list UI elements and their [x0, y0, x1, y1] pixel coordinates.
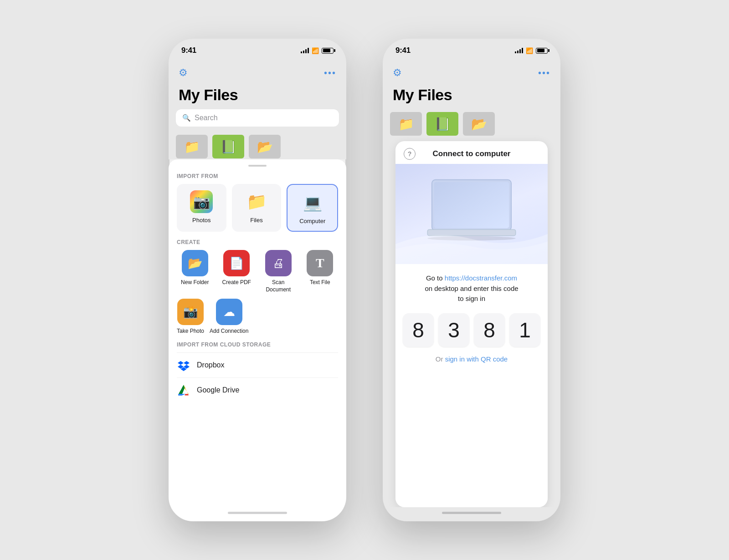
code-digits: 8 3 8 1: [403, 313, 540, 347]
wifi-icon: 📶: [312, 47, 319, 54]
scan-icon: 🖨: [265, 250, 292, 276]
search-bar-1: 🔍 Search: [169, 109, 346, 132]
search-input-1[interactable]: 🔍 Search: [176, 109, 339, 127]
folder-thumb-2c: 📂: [463, 112, 495, 136]
status-time-2: 9:41: [395, 46, 411, 55]
cloud-item-dropbox[interactable]: Dropbox: [177, 352, 338, 377]
connect-modal: ? Connect to computer: [395, 141, 548, 507]
create-label-photo: Take Photo: [177, 328, 204, 335]
nav-bar-1: ⚙ •••: [169, 62, 346, 84]
create-label-folder: New Folder: [181, 279, 209, 286]
search-icon-1: 🔍: [182, 114, 191, 122]
nav-bar-2: ⚙ •••: [383, 62, 560, 84]
files-icon: 📁: [245, 190, 268, 213]
dropbox-icon: [177, 358, 190, 372]
home-indicator-1: [169, 508, 346, 521]
status-icons-2: 📶: [515, 47, 548, 54]
create-section-label: CREATE: [169, 239, 346, 250]
wifi-icon-2: 📶: [526, 47, 533, 54]
laptop-area: [395, 164, 548, 264]
modal-title: Connect to computer: [433, 149, 511, 158]
status-time-1: 9:41: [181, 46, 196, 55]
create-row2: 📸 Take Photo ☁ Add Connection: [169, 295, 346, 341]
add-connection-icon: ☁: [216, 299, 242, 325]
settings-icon-1[interactable]: ⚙: [179, 67, 188, 79]
code-digit-4: 1: [509, 313, 540, 347]
more-icon-1[interactable]: •••: [324, 68, 336, 78]
qr-link-action[interactable]: sign in with QR code: [445, 355, 508, 363]
import-item-photos[interactable]: 📷 Photos: [177, 184, 226, 232]
settings-icon-2[interactable]: ⚙: [393, 67, 402, 79]
import-label-computer: Computer: [299, 218, 325, 224]
code-digit-2: 3: [438, 313, 469, 347]
code-instruction: Go to https://docstransfer.comon desktop…: [425, 273, 518, 304]
create-label-text: Text File: [310, 279, 330, 286]
text-icon: T: [307, 250, 333, 276]
phone-1: 9:41 📶 ⚙ ••• My Files 🔍 Search 📁 📗 📂: [169, 39, 346, 521]
import-item-computer[interactable]: 💻 Computer: [287, 184, 338, 232]
cloud-section-label: IMPORT FROM CLOUD STORAGE: [169, 341, 346, 352]
help-icon: ?: [408, 150, 412, 158]
code-digit-1: 8: [403, 313, 434, 347]
folder-thumb-2: 📗: [212, 135, 244, 158]
import-item-files[interactable]: 📁 Files: [232, 184, 282, 232]
battery-icon-2: [536, 48, 548, 54]
title-area-2: My Files: [383, 84, 560, 109]
bottom-sheet-1: IMPORT FROM 📷 Photos 📁 Files 💻 Computer …: [169, 159, 346, 508]
create-item-scan[interactable]: 🖨 Scan Document: [260, 250, 297, 293]
import-label-photos: Photos: [192, 217, 210, 224]
cloud-label-dropbox: Dropbox: [197, 361, 224, 369]
take-photo-icon: 📸: [177, 299, 204, 325]
create-label-scan: Scan Document: [260, 279, 297, 293]
status-bar-2: 9:41 📶: [383, 39, 560, 62]
page-title-1: My Files: [179, 86, 336, 104]
modal-wrapper: ? Connect to computer: [383, 137, 560, 507]
home-indicator-2: [383, 507, 560, 521]
more-icon-2[interactable]: •••: [538, 68, 550, 78]
signal-icon-2: [515, 48, 523, 53]
signal-icon: [301, 48, 309, 53]
modal-header: ? Connect to computer: [395, 141, 548, 164]
folder-thumb-3: 📂: [249, 135, 281, 158]
code-section: Go to https://docstransfer.comon desktop…: [395, 264, 548, 507]
cloud-section: Dropbox Google Drive: [169, 352, 346, 402]
create-item-connection[interactable]: ☁ Add Connection: [210, 299, 248, 335]
status-icons-1: 📶: [301, 47, 334, 54]
import-section-label: IMPORT FROM: [169, 173, 346, 184]
wave-bg: [395, 204, 548, 264]
phone-2: 9:41 📶 ⚙ ••• My Files 📁 📗 📂 ?: [383, 39, 560, 521]
import-grid: 📷 Photos 📁 Files 💻 Computer: [169, 184, 346, 239]
folder-preview-2: 📁 📗 📂: [383, 109, 560, 137]
create-grid: 📂 New Folder 📄 Create PDF 🖨 Scan Documen…: [169, 250, 346, 295]
search-placeholder-1: Search: [195, 114, 218, 122]
create-item-folder[interactable]: 📂 New Folder: [177, 250, 213, 293]
help-button[interactable]: ?: [404, 148, 416, 160]
create-item-photo[interactable]: 📸 Take Photo: [177, 299, 204, 335]
create-item-text[interactable]: T Text File: [302, 250, 339, 293]
battery-icon: [322, 48, 334, 54]
photos-icon: 📷: [190, 190, 213, 213]
create-label-pdf: Create PDF: [222, 279, 251, 286]
folder-preview-row: 📁 📗 📂: [169, 132, 346, 159]
folder-thumb-2a: 📁: [390, 112, 422, 136]
create-label-connection: Add Connection: [210, 328, 248, 335]
status-bar-1: 9:41 📶: [169, 39, 346, 62]
page-title-2: My Files: [393, 86, 550, 104]
import-label-files: Files: [250, 217, 262, 224]
cloud-label-gdrive: Google Drive: [197, 386, 239, 394]
computer-icon: 💻: [301, 191, 324, 214]
create-item-pdf[interactable]: 📄 Create PDF: [219, 250, 255, 293]
code-digit-3: 8: [474, 313, 505, 347]
cloud-item-gdrive[interactable]: Google Drive: [177, 377, 338, 402]
new-folder-icon: 📂: [182, 250, 208, 276]
qr-link-text: Or sign in with QR code: [436, 355, 508, 363]
pdf-icon: 📄: [223, 250, 250, 276]
gdrive-icon: [177, 383, 190, 397]
transfer-link[interactable]: https://docstransfer.com: [445, 274, 517, 282]
sheet-handle-1: [248, 165, 267, 167]
title-area-1: My Files: [169, 84, 346, 109]
folder-thumb-1: 📁: [176, 135, 208, 158]
folder-thumb-2b: 📗: [426, 112, 458, 136]
